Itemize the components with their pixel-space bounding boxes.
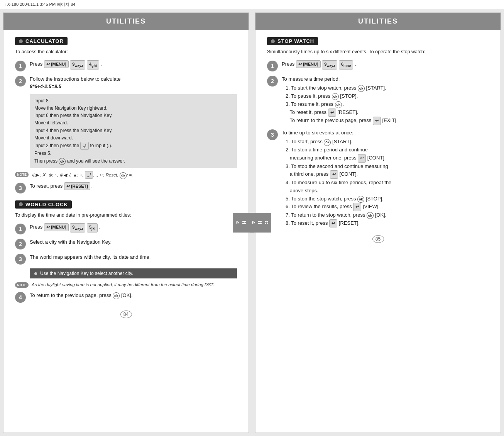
punc-key: .,!	[80, 142, 89, 150]
calc-note-text: ⊕▶ : X, ⊕: ÷, ⊕◀: /, ▲: +, .,!: ., ↩: Re…	[32, 171, 133, 179]
wc-circle-4: 4	[15, 292, 26, 303]
right-page: UTILITIES STOP WATCH Simultaneously time…	[255, 12, 501, 433]
worldclock-title: WORLD CLOCK	[15, 200, 72, 209]
reset-key: ↩ [RESET]	[64, 182, 90, 190]
ok-key-inline: ok	[59, 158, 66, 165]
sw-circle-1: 1	[267, 61, 278, 71]
sw-step-2-list: 1. To start the stop watch, press ok [ST…	[286, 84, 397, 125]
wc-circle-1: 1	[15, 224, 26, 234]
menu-key: ↩ [MENU]	[44, 60, 69, 68]
key-6-sw: 6mno	[339, 60, 353, 70]
stopwatch-desc: Simultaneously times up to six different…	[267, 48, 489, 56]
wc-note: NOTE As the daylight saving time is not …	[15, 282, 237, 288]
sw-step-2-text: To measure a time period. 1. To start th…	[282, 75, 397, 125]
right-page-number: 85	[255, 235, 501, 243]
key-9-wc: 9wxyz	[70, 223, 85, 232]
note-badge: NOTE	[15, 172, 29, 177]
wc-circle-2: 2	[15, 239, 26, 249]
key-5-wc: 5jkl	[87, 223, 98, 232]
calc-note: NOTE ⊕▶ : X, ⊕: ÷, ⊕◀: /, ▲: +, .,!: ., …	[15, 171, 237, 179]
calculator-desc: To access the calculator:	[15, 48, 237, 56]
stopwatch-title: STOP WATCH	[267, 37, 318, 45]
calc-step-2-text: Follow the instructions below to calcula…	[30, 75, 121, 90]
calculator-title: CALCULATOR	[15, 37, 68, 45]
step-circle-2: 2	[15, 76, 26, 87]
key-4: 4ghi	[87, 60, 99, 70]
step-circle-3: 3	[15, 183, 26, 193]
sw-circle-3: 3	[267, 129, 278, 140]
sw-step-1-text: Press ↩ [MENU] 9wxyz 6mno .	[282, 60, 356, 70]
wc-circle-3: 3	[15, 254, 26, 265]
bullet-dot	[34, 272, 37, 275]
left-banner: UTILITIES	[3, 13, 249, 30]
ch-tab-right-page: C H 4	[249, 213, 271, 232]
calc-step-3: 3 To reset, press ↩ [RESET].	[15, 182, 237, 193]
sw-step-1: 1 Press ↩ [MENU] 9wxyz 6mno .	[267, 60, 489, 71]
menu-key-sw: ↩ [MENU]	[296, 60, 321, 68]
sw-step-3-text: To time up to six events at once: 1. To …	[282, 129, 391, 227]
wc-step-3: 3 The world map appears with the city, i…	[15, 253, 237, 265]
wc-step-2: 2 Select a city with the Navigation Key.	[15, 238, 237, 249]
sw-step-3: 3 To time up to six events at once: 1. T…	[267, 129, 489, 227]
ok-key-wc: ok	[113, 292, 120, 299]
worldclock-section: WORLD CLOCK To display the time and date…	[15, 200, 237, 303]
wc-step-2-text: Select a city with the Navigation Key.	[30, 238, 112, 246]
step-circle-1: 1	[15, 61, 26, 71]
left-page: UTILITIES CALCULATOR To access the calcu…	[3, 12, 249, 433]
sw-circle-2: 2	[267, 76, 278, 87]
left-page-number: 84	[3, 310, 249, 318]
sw-step-3-list: 1. To start, press ok [START]. 2. To sto…	[286, 138, 391, 227]
menu-key-wc: ↩ [MENU]	[44, 223, 69, 231]
dot-icon	[19, 39, 23, 43]
dot-icon-sw	[271, 39, 275, 43]
wc-step-1: 1 Press ↩ [MENU] 9wxyz 5jkl .	[15, 223, 237, 234]
right-banner: UTILITIES	[255, 13, 501, 30]
wc-step-4-text: To return to the previous page, press ok…	[30, 292, 133, 300]
calc-step-1: 1 Press ↩ [MENU] 9wxyz 4ghi .	[15, 60, 237, 71]
wc-step-3-text: The world map appears with the city, its…	[30, 253, 151, 261]
calculator-section: CALCULATOR To access the calculator: 1 P…	[15, 37, 237, 193]
stopwatch-section: STOP WATCH Simultaneously times up to si…	[267, 37, 489, 227]
wc-note-text: As the daylight saving time is not appli…	[32, 282, 214, 288]
wc-step-1-text: Press ↩ [MENU] 9wxyz 5jkl .	[30, 223, 100, 232]
key-9-sw: 9wxyz	[322, 60, 337, 70]
wc-bullet-text: Use the Navigation Key to select another…	[40, 271, 133, 276]
worldclock-desc: To display the time and date in pre-prog…	[15, 212, 237, 219]
wc-bullet-box: Use the Navigation Key to select another…	[30, 268, 237, 278]
calc-step-2: 2 Follow the instructions below to calcu…	[15, 75, 237, 90]
sw-step-2: 2 To measure a time period. 1. To start …	[267, 75, 489, 125]
dot-icon-2	[19, 202, 23, 206]
calc-instruction-box: Input 8. Move the Navigation Key rightwa…	[30, 94, 237, 168]
calc-formula: 8*6÷4-2.5=9.5	[30, 83, 61, 89]
calc-step-1-text: Press ↩ [MENU] 9wxyz 4ghi .	[30, 60, 102, 70]
wc-step-4: 4 To return to the previous page, press …	[15, 292, 237, 303]
calc-step-3-text: To reset, press ↩ [RESET].	[30, 182, 92, 190]
note-badge-wc: NOTE	[15, 282, 29, 288]
page-header: TX-180 2004.11.1 3:45 PM 페이지 84	[0, 0, 504, 9]
key-9: 9wxyz	[70, 60, 85, 70]
